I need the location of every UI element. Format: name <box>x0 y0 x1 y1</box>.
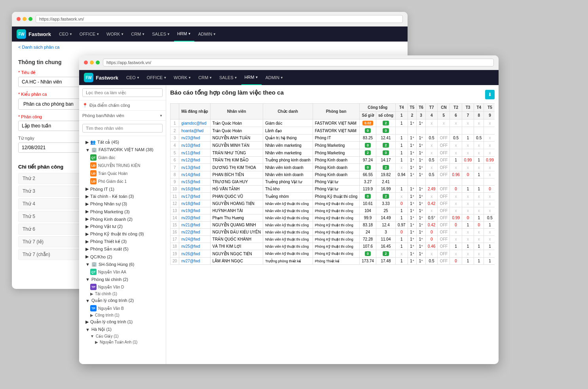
r7-c1: x <box>396 164 408 171</box>
browser-url-front[interactable]: https://app.fastwork.vn/ <box>103 59 494 66</box>
sidebar-item-tai-chinh[interactable]: ▼ Phòng tài chính (2) <box>82 276 163 283</box>
nav-admin-back[interactable]: ADMIN ▼ <box>195 27 219 42</box>
nav-crm-front[interactable]: CRM ▼ <box>195 70 215 85</box>
r1-c9: x <box>484 120 495 127</box>
r11-c3: 1⁺ <box>417 193 426 200</box>
r3-c5: OFF <box>438 135 450 142</box>
dot-yellow-front[interactable] <box>90 61 94 65</box>
nav-work-back[interactable]: WORK ▼ <box>103 27 127 42</box>
avatar-van-b: TP <box>90 305 97 311</box>
r16-c3: 1⁺ <box>417 229 426 236</box>
sidebar-item-song-hung[interactable]: ▼ 🏢 SH-Sông Hùng (6) <box>82 260 163 268</box>
r8-c8: 1 <box>474 171 484 178</box>
report-row-16: 16 nv22@fwd NGUYỄN ĐẦU KIỀU UYÊN Nhân vi… <box>171 229 495 236</box>
all-label: Tất cả (45) <box>97 140 119 145</box>
report-row-6: 6 nv12@fwd TRẦN THỊ KIM BẢO Trưởng phòng… <box>171 157 495 164</box>
nav-work-front[interactable]: WORK ▼ <box>171 70 194 85</box>
th-sub-2: 2 <box>408 112 417 120</box>
th-t5-2: T5 <box>408 104 417 112</box>
sidebar-item-tai-chinh-sub[interactable]: ▶ Tài chính (1) <box>82 291 163 297</box>
person-van-aa-label: Nguyễn Văn AA <box>98 270 126 274</box>
r12-hours: 10.61 <box>360 200 376 207</box>
export-button[interactable]: ⬇ <box>485 90 495 99</box>
r3-c2: 1⁺ <box>408 135 417 142</box>
r16-title: Nhân viên kỹ thuật thi công <box>263 229 313 236</box>
r1-c2: 1⁺ <box>408 120 417 127</box>
sidebar-person-quoc-hoan[interactable]: LĐ Trần Quốc Hoàn <box>82 169 163 177</box>
nav-sales-back[interactable]: SALES ▼ <box>149 27 173 42</box>
nav-office-back[interactable]: OFFICE ▼ <box>76 27 102 42</box>
r6-c3: 1⁺ <box>417 157 426 164</box>
browser-url-back[interactable]: https://app.fastwork.vn/ <box>36 15 403 23</box>
r12-title: Nhân viên kỹ thuật thi công <box>263 200 313 207</box>
sidebar-item-construction[interactable]: ▶ Phòng Kỹ thuật thi công (9) <box>82 230 163 238</box>
sidebar-item-quan-ly-ct2[interactable]: ▶ Quản lý công trình (1) <box>82 318 163 326</box>
sidebar-item-warehouse[interactable]: ▶ Phòng Vật tư (2) <box>82 223 163 230</box>
back-breadcrumb[interactable]: < Danh sách phân ca <box>12 42 408 53</box>
r18-c9: 1 <box>484 243 495 250</box>
sidebar-person-pho-gd[interactable]: LĐ Phó Giám đốc 1 <box>82 177 163 185</box>
r15-id: nv21@fwd <box>179 222 211 229</box>
browser-toolbar-back: https://app.fastwork.vn/ <box>12 12 408 27</box>
sidebar-item-cong-trinh[interactable]: ▶ Công trình (1) <box>82 312 163 318</box>
r15-dept: Phòng Kỹ thuật thi công <box>313 222 360 229</box>
sidebar-item-it[interactable]: ▶ Phòng IT (1) <box>82 185 163 193</box>
sidebar-item-fastwork[interactable]: ▼ 🏢 FASTWORK VIỆT NAM (38) <box>82 146 163 154</box>
r3-cong: 12.41 <box>376 135 395 142</box>
sidebar-item-quan-ly-ct[interactable]: ▼ Quản lý công trình (2) <box>82 297 163 304</box>
r7-c8: x <box>474 164 484 171</box>
dot-green-front[interactable] <box>96 61 100 65</box>
sidebar-person-van-aa[interactable]: QT Nguyễn Văn AA <box>82 268 163 276</box>
tai-chinh-label: Phòng tài chính (2) <box>91 277 128 282</box>
sidebar-item-marketing[interactable]: ▶ Phòng Marketing (3) <box>82 208 163 215</box>
sidebar-person-search-input[interactable] <box>82 124 163 133</box>
nav-ceo-front[interactable]: CEO ▼ <box>123 70 143 85</box>
report-row-3: 3 nv23@fwd NGUYỄN ANH TUẤN Quản trị hệ t… <box>171 135 495 142</box>
browser-front: https://app.fastwork.vn/ FW Fastwork CEO… <box>79 55 499 364</box>
r4-c9: x <box>484 142 495 149</box>
sidebar-person-trung-kien[interactable]: LĐ NGUYỄN TRUNG KIÊN <box>82 161 163 169</box>
nav-office-front[interactable]: OFFICE ▼ <box>144 70 170 85</box>
dot-red-back[interactable] <box>17 17 21 21</box>
dot-yellow-back[interactable] <box>23 17 27 21</box>
r16-name: NGUYỄN ĐẦU KIỀU UYÊN <box>210 229 263 236</box>
dot-red-front[interactable] <box>84 61 88 65</box>
sidebar-item-finance[interactable]: ▶ Tài chính - Kế toán (3) <box>82 193 163 200</box>
nav-hrm-back[interactable]: HRM ▼ <box>174 27 194 42</box>
avatar-van-aa: QT <box>90 269 97 275</box>
sidebar-item-qc[interactable]: ▶ QC/Kho (2) <box>82 253 163 260</box>
nav-sales-front[interactable]: SALES ▼ <box>216 70 240 85</box>
sidebar-item-ha-noi[interactable]: ▼ Hà Nội (1) <box>82 326 163 333</box>
r4-c6: x <box>450 142 462 149</box>
r10-name: HỒ VĂN TẢNH <box>210 186 263 193</box>
sidebar-item-cau-giay[interactable]: ▼ Cầu Giấy (1) <box>82 333 163 339</box>
th-sub-7: 7 <box>462 112 474 120</box>
sidebar-item-all[interactable]: ▶ 👥 Tất cả (45) <box>82 139 163 146</box>
r6-title: Trưởng phòng kinh doanh <box>263 157 313 164</box>
r6-c6: 1 <box>450 157 462 164</box>
nav-ceo-back[interactable]: CEO ▼ <box>56 27 76 42</box>
nav-admin-front[interactable]: ADMIN ▼ <box>262 70 286 85</box>
dot-green-back[interactable] <box>28 17 32 21</box>
sidebar-item-tuan-anh[interactable]: ▶ Nguyễn Tuấn Anh (1) <box>82 339 163 345</box>
r7-c9: x <box>484 164 495 171</box>
sidebar-item-production[interactable]: ▶ Phòng Sản xuất (5) <box>82 245 163 253</box>
nav-hrm-front[interactable]: HRM ▼ <box>241 70 262 85</box>
production-label: Phòng Sản xuất (5) <box>90 247 129 252</box>
r16-cong: 3 <box>376 229 395 236</box>
r2-c2 <box>408 127 417 135</box>
r18-title: Nhân viên kỹ thuật thi công <box>263 243 313 250</box>
r20-c2: 1⁺ <box>408 258 417 265</box>
r19-c4: x <box>425 250 437 258</box>
nav-crm-back[interactable]: CRM ▼ <box>128 27 148 42</box>
sidebar-item-design[interactable]: ▶ Phòng Thiết kế (3) <box>82 238 163 245</box>
sidebar-person-van-d[interactable]: TP Nguyễn Văn D <box>82 283 163 291</box>
sidebar-person-van-b[interactable]: TP Nguyễn Văn B <box>82 304 163 312</box>
sidebar-person-giamdoc[interactable]: QT Giám đốc <box>82 154 163 161</box>
report-row-4: 4 nv10@fwd NGUYỄN MINH TẤN Nhân viên mar… <box>171 142 495 149</box>
th-sub-6: 6 <box>450 112 462 120</box>
sidebar-item-hr[interactable]: ▶ Phòng Nhân sự (3) <box>82 200 163 208</box>
sidebar-search-input[interactable] <box>82 88 163 97</box>
r13-c3: 1⁺ <box>417 207 426 214</box>
sidebar-item-sales[interactable]: ▶ Phòng Kinh doanh (2) <box>82 215 163 223</box>
